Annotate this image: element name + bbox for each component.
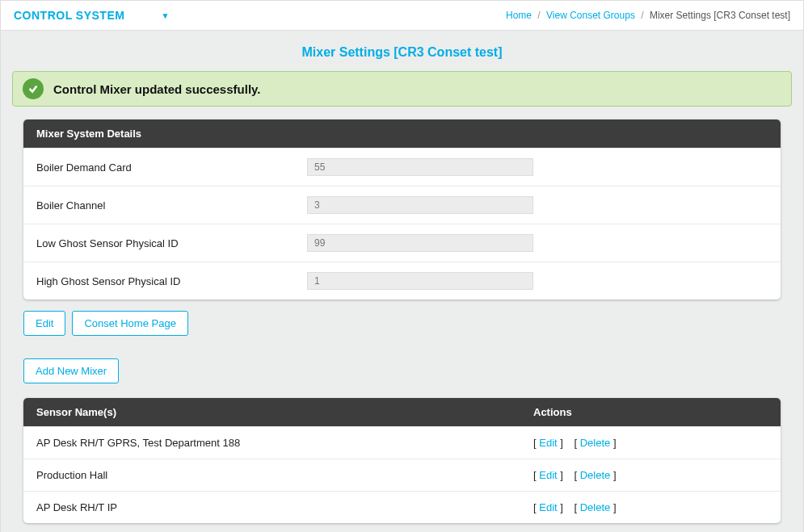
card-header: Mixer System Details [23,119,781,148]
field-label: Boiler Channel [36,199,307,212]
row-actions: [ Edit ] [ Delete ] [533,501,768,513]
system-dropdown[interactable]: CONTROL SYSTEM ▼ [14,9,170,22]
alert-message: Control Mixer updated successfully. [53,82,260,96]
button-row: Edit Conset Home Page [23,311,781,336]
delete-link[interactable]: Delete [580,501,611,513]
table-row: AP Desk RH/T IP [ Edit ] [ Delete ] [23,491,781,523]
field-label: Boiler Demand Card [36,161,307,174]
sensor-name: Production Hall [36,469,533,481]
edit-link[interactable]: Edit [539,469,557,481]
field-label: High Ghost Sensor Physical ID [36,275,307,287]
form-row: High Ghost Sensor Physical ID [23,262,781,300]
high-ghost-sensor-input[interactable] [307,272,533,290]
table-row: Production Hall [ Edit ] [ Delete ] [23,459,781,491]
header-actions: Actions [533,406,768,418]
page-body: Mixer Settings [CR3 Conset test] Control… [0,31,804,532]
breadcrumb-current: Mixer Settings [CR3 Conset test] [650,10,790,21]
delete-link[interactable]: Delete [580,437,611,449]
breadcrumb-sep: / [537,10,540,21]
edit-button[interactable]: Edit [23,311,65,336]
row-actions: [ Edit ] [ Delete ] [533,469,768,481]
breadcrumb-home[interactable]: Home [506,10,532,21]
chevron-down-icon: ▼ [161,11,169,20]
table-header: Sensor Name(s) Actions [23,398,781,426]
system-label: CONTROL SYSTEM [14,9,124,22]
form-row: Boiler Demand Card [23,148,781,186]
mixer-details-card: Mixer System Details Boiler Demand Card … [23,119,781,300]
button-row: Add New Mixer [23,358,781,383]
alert-success: Control Mixer updated successfully. [12,71,792,107]
table-row: AP Desk RH/T GPRS, Test Department 188 [… [23,426,781,459]
low-ghost-sensor-input[interactable] [307,234,533,252]
sensor-name: AP Desk RH/T GPRS, Test Department 188 [36,437,533,449]
form-row: Low Ghost Sensor Physical ID [23,224,781,262]
sensor-table-card: Sensor Name(s) Actions AP Desk RH/T GPRS… [23,398,781,523]
breadcrumb-groups[interactable]: View Conset Groups [546,10,635,21]
check-circle-icon [23,78,44,99]
breadcrumb: Home / View Conset Groups / Mixer Settin… [506,10,790,21]
header-name: Sensor Name(s) [36,406,533,418]
conset-home-button[interactable]: Conset Home Page [72,311,187,336]
topbar: CONTROL SYSTEM ▼ Home / View Conset Grou… [0,0,804,31]
edit-link[interactable]: Edit [539,501,557,513]
page-title: Mixer Settings [CR3 Conset test] [1,31,803,71]
boiler-demand-card-input[interactable] [307,158,533,176]
boiler-channel-input[interactable] [307,196,533,214]
breadcrumb-sep: / [641,10,643,21]
edit-link[interactable]: Edit [539,437,557,449]
row-actions: [ Edit ] [ Delete ] [533,437,768,449]
form-row: Boiler Channel [23,186,781,224]
field-label: Low Ghost Sensor Physical ID [36,237,307,249]
delete-link[interactable]: Delete [580,469,611,481]
sensor-name: AP Desk RH/T IP [36,501,533,513]
add-new-mixer-button[interactable]: Add New Mixer [23,358,119,383]
